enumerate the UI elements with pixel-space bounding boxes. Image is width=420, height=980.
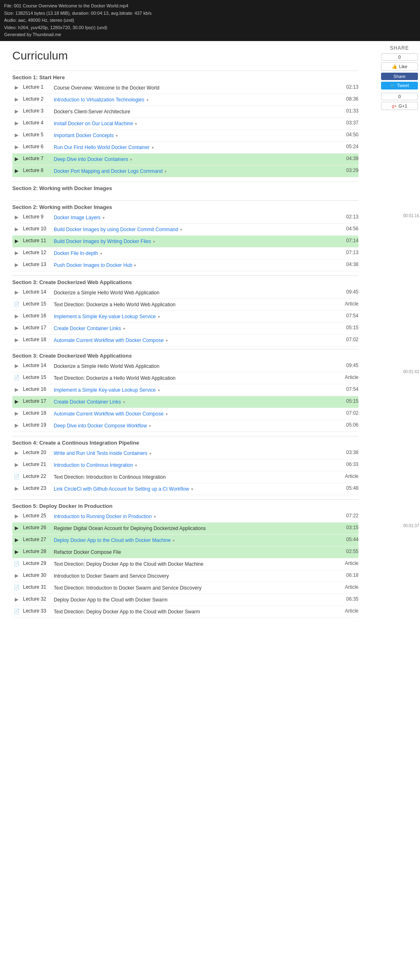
fb-like-button[interactable]: 👍 Like xyxy=(381,62,418,71)
chevron-down-icon[interactable]: ▾ xyxy=(129,157,132,162)
lecture-title[interactable]: Write and Run Unit Tests inside Containe… xyxy=(54,450,336,457)
video-info-bar: File: 001 Course Overview Welcome to the… xyxy=(0,0,420,41)
section-header-4: Section 4: Create a Continous Integratio… xyxy=(12,436,358,448)
lecture-title[interactable]: Docker File In-depth ▾ xyxy=(54,250,336,257)
lecture-title[interactable]: Introduction to Running Docker in Produc… xyxy=(54,513,336,520)
lecture-title[interactable]: Automate Current Workflow with Docker Co… xyxy=(54,410,336,418)
chevron-down-icon[interactable]: ▾ xyxy=(148,424,151,428)
lecture-number: Lecture 19 xyxy=(23,422,54,428)
section-header-1: Section 1: Start Here xyxy=(12,71,358,82)
chevron-down-icon[interactable]: ▾ xyxy=(99,251,102,256)
chevron-down-icon[interactable]: ▾ xyxy=(171,538,175,543)
video-video: Video: h264, yuv420p, 1280x720, 30.00 fp… xyxy=(4,24,416,32)
lecture-title[interactable]: Push Docker Images to Docker Hub ▾ xyxy=(54,262,336,269)
chevron-down-icon[interactable]: ▾ xyxy=(157,388,160,392)
lecture-duration: 05:15 xyxy=(336,325,358,330)
lecture-number: Lecture 26 xyxy=(23,525,54,530)
play-icon: ▶ xyxy=(12,108,21,114)
chevron-down-icon[interactable]: ▾ xyxy=(163,169,167,174)
play-icon: ▶ xyxy=(12,226,21,232)
lecture-title[interactable]: Deep Dive into Docker Compose Workflow ▾ xyxy=(54,422,336,429)
lecture-title[interactable]: Deep Dive into Docker Containers ▾ xyxy=(54,156,336,163)
lecture-duration: 09:45 xyxy=(336,363,358,368)
table-row: ▶Lecture 16Implement a Simple Key-value … xyxy=(12,311,358,323)
chevron-down-icon[interactable]: ▾ xyxy=(133,263,136,268)
lecture-title: Course Overview: Welcome to the Docker W… xyxy=(54,84,336,92)
table-row: ▶Lecture 17Create Docker Container Links… xyxy=(12,323,358,335)
lecture-title[interactable]: Implement a Simple Key-value Lookup Serv… xyxy=(54,313,336,320)
lecture-title[interactable]: Run Our First Hello World Docker Contain… xyxy=(54,144,336,151)
table-row: ▶Lecture 28Refactor Docker Compose File0… xyxy=(12,546,358,558)
chevron-down-icon[interactable]: ▾ xyxy=(179,227,182,232)
table-row: ▶Lecture 20Write and Run Unit Tests insi… xyxy=(12,448,358,459)
lecture-title[interactable]: Link CircleCI with Github Account for Se… xyxy=(54,485,336,493)
lecture-title[interactable]: Implement a Simple Key-value Lookup Serv… xyxy=(54,386,336,394)
lecture-title: Refactor Docker Compose File xyxy=(54,549,336,556)
table-row: ▶Lecture 4Install Docker on Our Local Ma… xyxy=(12,118,358,130)
fb-share-button[interactable]: Share xyxy=(381,73,418,80)
lecture-duration: 07:02 xyxy=(336,337,358,342)
table-row: ▶Lecture 16Implement a Simple Key-value … xyxy=(12,384,358,396)
chevron-down-icon[interactable]: ▾ xyxy=(153,514,156,519)
chevron-down-icon[interactable]: ▾ xyxy=(122,400,125,404)
chevron-down-icon[interactable]: ▾ xyxy=(190,487,193,491)
section-5-lectures: ▶Lecture 25Introduction to Running Docke… xyxy=(12,511,358,618)
lecture-title[interactable]: Docker Port Mapping and Docker Logs Comm… xyxy=(54,168,336,175)
play-icon: ▶ xyxy=(12,120,21,126)
chevron-down-icon[interactable]: ▾ xyxy=(114,133,118,138)
lecture-number: Lecture 16 xyxy=(23,313,54,319)
table-row: ▶Lecture 10Build Docker Images by using … xyxy=(12,224,358,236)
play-icon: ▶ xyxy=(12,411,21,416)
lecture-duration: 03:29 xyxy=(336,168,358,173)
chevron-down-icon[interactable]: ▾ xyxy=(148,451,151,456)
play-icon: ▶ xyxy=(12,573,21,578)
lecture-title[interactable]: Deploy Docker App to the Cloud with Dock… xyxy=(54,537,336,544)
lecture-number: Lecture 27 xyxy=(23,537,54,542)
lecture-number: Lecture 10 xyxy=(23,226,54,232)
lecture-title[interactable]: Introduction to Virtualization Technolog… xyxy=(54,96,336,103)
chevron-down-icon[interactable]: ▾ xyxy=(151,145,154,150)
chevron-down-icon[interactable]: ▾ xyxy=(164,412,168,416)
gplus-button[interactable]: g+ G+1 xyxy=(381,102,418,110)
chevron-down-icon[interactable]: ▾ xyxy=(101,216,105,220)
lecture-title[interactable]: Build Docker Images by using Docker Comm… xyxy=(54,226,336,233)
lecture-number: Lecture 4 xyxy=(23,120,54,126)
chevron-down-icon[interactable]: ▾ xyxy=(164,338,168,343)
lecture-duration: 07:13 xyxy=(336,250,358,255)
lecture-duration: 06:18 xyxy=(336,572,358,578)
chevron-down-icon[interactable]: ▾ xyxy=(157,314,160,319)
play-icon: ▶ xyxy=(12,597,21,602)
lecture-title[interactable]: Create Docker Container Links ▾ xyxy=(54,398,336,406)
lecture-title[interactable]: Create Docker Container Links ▾ xyxy=(54,325,336,332)
lecture-number: Lecture 31 xyxy=(23,584,54,590)
lecture-title: Dockerize a Simple Hello World Web Appli… xyxy=(54,289,336,296)
play-icon: ▶ xyxy=(12,337,21,343)
lecture-title[interactable]: Install Docker on Our Local Machine ▾ xyxy=(54,120,336,127)
chevron-down-icon[interactable]: ▾ xyxy=(152,239,155,244)
lecture-title[interactable]: Introduction to Continous Integration ▾ xyxy=(54,461,336,469)
play-filled-icon: ▶ xyxy=(12,168,21,174)
lecture-number: Lecture 32 xyxy=(23,596,54,602)
lecture-number: Lecture 30 xyxy=(23,572,54,578)
table-row: ▶Lecture 18Automate Current Workflow wit… xyxy=(12,335,358,347)
tweet-button[interactable]: 🐦 Tweet xyxy=(381,82,418,90)
play-icon: ▶ xyxy=(12,96,21,102)
play-icon: ▶ xyxy=(12,144,21,150)
section-header-3b: Section 3: Create Dockerized Web Applica… xyxy=(12,349,358,360)
chevron-down-icon[interactable]: ▾ xyxy=(134,463,137,468)
main-content: Curriculum Section 1: Start Here ▶Lectur… xyxy=(0,41,371,626)
lecture-number: Lecture 14 xyxy=(23,363,54,368)
chevron-down-icon[interactable]: ▾ xyxy=(122,326,125,331)
table-row: ▶Lecture 25Introduction to Running Docke… xyxy=(12,511,358,523)
lecture-number: Lecture 11 xyxy=(23,238,54,243)
lecture-number: Lecture 9 xyxy=(23,214,54,220)
chevron-down-icon[interactable]: ▾ xyxy=(145,98,148,102)
lecture-number: Lecture 28 xyxy=(23,549,54,554)
lecture-title[interactable]: Important Docker Concepts ▾ xyxy=(54,132,336,139)
chevron-down-icon[interactable]: ▾ xyxy=(134,122,137,126)
table-row: 📄Lecture 29Text Direction: Deploy Docker… xyxy=(12,558,358,570)
lecture-title[interactable]: Automate Current Workflow with Docker Co… xyxy=(54,337,336,344)
play-icon: ▶ xyxy=(12,132,21,138)
lecture-title[interactable]: Build Docker Images by Writing Docker Fi… xyxy=(54,238,336,245)
lecture-title[interactable]: Docker Image Layers ▾ xyxy=(54,214,336,221)
